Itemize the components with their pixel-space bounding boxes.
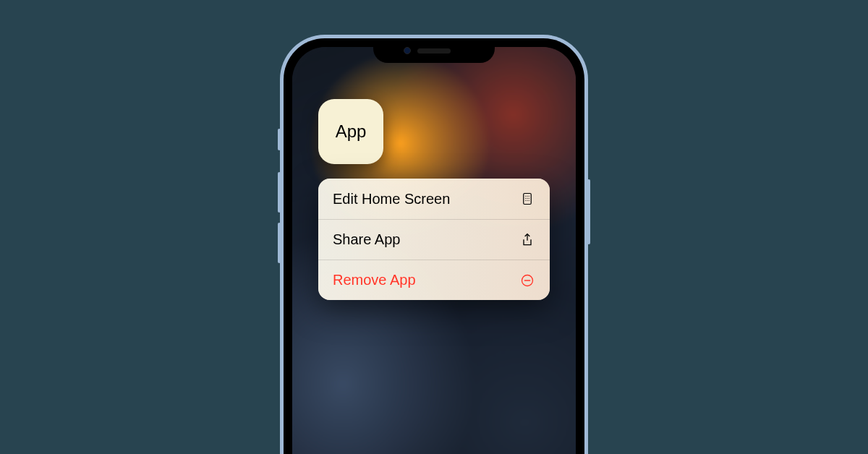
mute-switch — [278, 129, 281, 150]
remove-circle-icon — [519, 273, 535, 288]
svg-point-2 — [527, 196, 527, 197]
svg-point-9 — [529, 200, 529, 201]
svg-point-3 — [529, 196, 529, 197]
home-screen[interactable]: App Edit Home Screen — [292, 47, 576, 454]
svg-point-7 — [525, 200, 526, 201]
svg-rect-0 — [524, 194, 532, 205]
share-icon — [519, 232, 535, 248]
phone-bezel: App Edit Home Screen — [284, 38, 584, 454]
volume-up-button — [278, 172, 281, 213]
svg-point-4 — [525, 198, 526, 199]
app-context-menu: Edit Home Screen — [318, 179, 550, 300]
phone-frame: App Edit Home Screen — [280, 35, 588, 454]
app-icon-label: App — [336, 121, 367, 142]
power-button — [587, 179, 590, 244]
app-icon[interactable]: App — [318, 99, 383, 164]
menu-item-edit-home-screen[interactable]: Edit Home Screen — [318, 179, 550, 219]
speaker-grille — [417, 48, 451, 53]
apps-grid-icon — [519, 191, 535, 207]
svg-point-5 — [527, 198, 527, 199]
volume-down-button — [278, 223, 281, 263]
menu-item-remove-app[interactable]: Remove App — [318, 260, 550, 300]
menu-item-label: Remove App — [333, 272, 416, 288]
svg-point-8 — [527, 200, 527, 201]
svg-point-1 — [525, 196, 526, 197]
menu-item-label: Edit Home Screen — [333, 191, 450, 207]
notch — [373, 38, 495, 63]
front-camera — [404, 47, 411, 54]
svg-point-6 — [529, 198, 529, 199]
menu-item-label: Share App — [333, 231, 400, 248]
menu-item-share-app[interactable]: Share App — [318, 219, 550, 260]
